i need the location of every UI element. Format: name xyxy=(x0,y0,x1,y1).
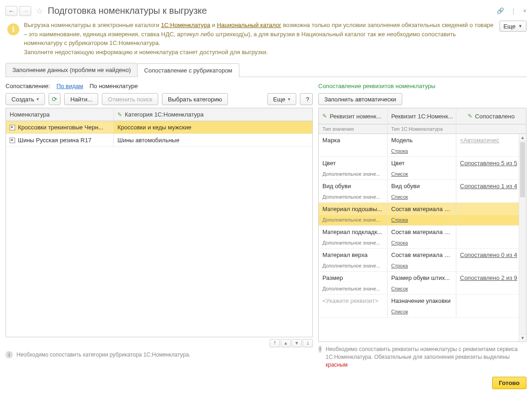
req-1c-type[interactable]: Список xyxy=(391,286,408,291)
requisite-row[interactable]: РазмерРазмер обуви штих...Сопоставлено 2… xyxy=(319,272,526,295)
req-type: Дополнительное значе... xyxy=(319,215,388,225)
pencil-icon: ✎ xyxy=(117,112,122,118)
subcol-type: Тип значения xyxy=(319,124,388,134)
requisite-row[interactable]: <Укажите реквизит>Назначение упаковкиСпи… xyxy=(319,295,526,318)
category-cell[interactable]: Шины автомобильные xyxy=(114,134,312,146)
help-button[interactable]: ? xyxy=(300,93,313,105)
filter-label: Сопоставление: xyxy=(6,83,50,89)
kebab-menu-icon[interactable]: ⋮ xyxy=(510,7,516,14)
req-name: Материал верха xyxy=(322,251,368,258)
req-1c-type[interactable]: Список xyxy=(391,309,408,314)
requisite-row[interactable]: МаркаМодель<АвтоматичесСтрока xyxy=(319,134,526,157)
pencil-icon: ✎ xyxy=(322,113,327,119)
cancel-search-button: Отменить поиск xyxy=(102,93,158,105)
page-down[interactable]: ▼ xyxy=(292,339,302,347)
left-footer-text: Необходимо сопоставить категории рубрика… xyxy=(17,351,190,358)
item-icon xyxy=(10,125,15,130)
col-req-1c[interactable]: Реквизит 1С:Номенк... xyxy=(388,108,456,124)
req-1c-name: Цвет xyxy=(388,157,456,169)
page-title: Подготовка номенклатуры к выгрузке xyxy=(48,6,495,16)
req-1c-type[interactable]: Список xyxy=(391,194,408,200)
category-cell[interactable]: Кроссовки и кеды мужские xyxy=(114,121,312,134)
col-category[interactable]: ✎ Категория 1С:Номенклатура xyxy=(114,108,312,121)
auto-map[interactable]: <Автоматичес xyxy=(460,137,499,144)
req-1c-name: Размер обуви штих... xyxy=(388,272,456,284)
req-name: Марка xyxy=(322,137,340,144)
nav-forward[interactable]: → xyxy=(19,6,31,16)
link-icon[interactable]: 🔗 xyxy=(497,7,504,14)
req-name: Материал подошвы... xyxy=(322,206,382,212)
col-nomenclature[interactable]: Номенклатура xyxy=(6,108,114,121)
scroll-down[interactable]: ▼ xyxy=(519,334,526,341)
req-1c-type[interactable]: Строка xyxy=(391,217,408,223)
requisite-row[interactable]: Вид обувиВид обувиСопоставлено 1 из 4Доп… xyxy=(319,180,526,203)
nav-back[interactable]: ← xyxy=(6,6,17,16)
tabs: Заполнение данных (проблем не найдено) С… xyxy=(6,63,526,77)
pencil-icon: ✎ xyxy=(468,113,472,119)
req-1c-name: Состав материала п... xyxy=(388,203,456,215)
req-1c-name: Состав материала в... xyxy=(388,249,456,261)
req-name: Цвет xyxy=(322,160,336,167)
col-req-nomen[interactable]: ✎ Реквизит номенк... xyxy=(319,108,388,124)
tab-mapping[interactable]: Сопоставление с рубрикатором xyxy=(137,63,239,77)
req-1c-type[interactable]: Строка xyxy=(391,148,408,154)
req-name: Размер xyxy=(322,274,343,281)
req-type xyxy=(319,307,388,317)
table-row[interactable]: Шины Русская резина R17Шины автомобильны… xyxy=(6,134,312,147)
info-icon: i xyxy=(7,23,19,35)
link-national-catalog[interactable]: Национальный каталог xyxy=(217,22,281,28)
nomenclature-name: Кроссовки трекинговые Черн... xyxy=(18,124,103,131)
requisite-row[interactable]: Материал подкладк...Состав материала п..… xyxy=(319,226,526,249)
req-1c-type[interactable]: Строка xyxy=(391,240,408,245)
close-icon[interactable]: × xyxy=(523,7,526,14)
match-link[interactable]: Сопоставлено 2 из 9 xyxy=(460,274,517,281)
favorite-star-icon[interactable]: ☆ xyxy=(36,6,43,16)
match-link[interactable]: Сопоставлено 0 из 4 xyxy=(460,251,517,258)
requisite-row[interactable]: ЦветЦветСопоставлено 5 из 5Дополнительно… xyxy=(319,157,526,180)
req-type xyxy=(319,146,388,156)
fill-auto-button[interactable]: Заполнить автоматически xyxy=(318,93,402,105)
req-1c-name: Состав материала п... xyxy=(388,226,456,238)
req-1c-type[interactable]: Строка xyxy=(391,263,408,268)
filter-by-kinds[interactable]: По видам xyxy=(56,83,83,89)
scrollbar[interactable]: ▲ ▼ xyxy=(519,134,526,341)
subcol-type-1c: Тип 1С:Номенклатура xyxy=(388,124,456,134)
right-panel-title: Сопоставление реквизитов номенклатуры xyxy=(318,82,526,93)
more-dropdown[interactable]: Еще ▼ xyxy=(499,21,526,32)
page-first[interactable]: ⤒ xyxy=(270,339,280,347)
info-icon: i xyxy=(6,351,13,358)
req-1c-type[interactable]: Список xyxy=(391,171,408,177)
nomenclature-table: Номенклатура ✎ Категория 1С:Номенклатура… xyxy=(6,108,313,337)
done-button[interactable]: Готово xyxy=(492,377,526,389)
req-1c-name: Вид обуви xyxy=(388,180,456,192)
page-up[interactable]: ▲ xyxy=(281,339,291,347)
create-button[interactable]: Создать ▾ xyxy=(6,93,45,105)
refresh-button[interactable]: ⟳ xyxy=(49,93,61,105)
match-link[interactable]: Сопоставлено 1 из 4 xyxy=(460,183,517,190)
nomenclature-name: Шины Русская резина R17 xyxy=(18,137,91,144)
req-type: Дополнительное значе... xyxy=(319,192,388,202)
req-type: Дополнительное значе... xyxy=(319,238,388,248)
match-link[interactable]: Сопоставлено 5 из 5 xyxy=(460,160,517,167)
req-type: Дополнительное значе... xyxy=(319,284,388,294)
left-more-dropdown[interactable]: Еще ▾ xyxy=(267,93,296,105)
requisites-table: ✎ Реквизит номенк... Реквизит 1С:Номенк.… xyxy=(318,108,526,342)
req-placeholder[interactable]: <Укажите реквизит> xyxy=(322,297,378,304)
tab-fill-data[interactable]: Заполнение данных (проблем не найдено) xyxy=(6,63,138,77)
req-1c-name: Модель xyxy=(388,134,456,146)
req-name: Вид обуви xyxy=(322,183,351,190)
requisite-row[interactable]: Материал верхаСостав материала в...Сопос… xyxy=(319,249,526,272)
filter-by-nomenclature[interactable]: По номенклатуре xyxy=(89,83,138,89)
scroll-up[interactable]: ▲ xyxy=(519,134,526,141)
scroll-thumb[interactable] xyxy=(520,142,525,197)
link-1c-nomenclature[interactable]: 1С:Номенклатура xyxy=(161,22,210,28)
choose-category-button[interactable]: Выбрать категорию xyxy=(162,93,228,105)
find-button[interactable]: Найти... xyxy=(64,93,98,105)
info-text: Выгрузка номенклатуры в электронные ката… xyxy=(24,21,495,56)
right-footer-text: Необходимо сопоставить реквизиты номенкл… xyxy=(326,346,526,368)
table-row[interactable]: Кроссовки трекинговые Черн...Кроссовки и… xyxy=(6,121,312,134)
req-type: Дополнительное значе... xyxy=(319,169,388,179)
page-last[interactable]: ⤓ xyxy=(303,339,313,347)
col-matched[interactable]: ✎ Сопоставлено xyxy=(456,108,526,124)
requisite-row[interactable]: Материал подошвы...Состав материала п...… xyxy=(319,203,526,226)
